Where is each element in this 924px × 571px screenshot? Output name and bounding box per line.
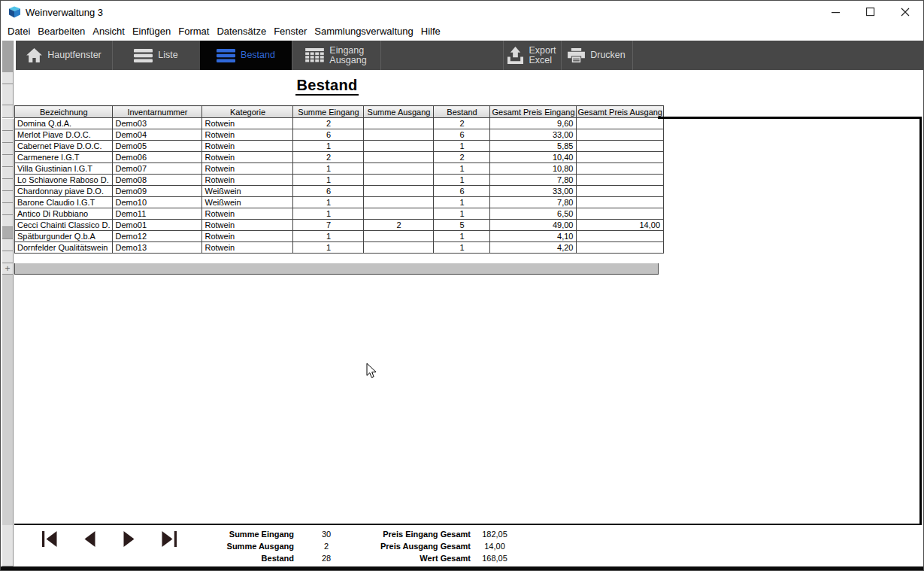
table-cell[interactable]: Barone Claudio I.G.T	[15, 197, 113, 208]
table-cell[interactable]	[577, 231, 664, 242]
table-cell[interactable]: 1	[434, 197, 490, 208]
table-cell[interactable]: Rotwein	[202, 242, 293, 254]
column-header-bezeichnung[interactable]: Bezeichnung	[15, 106, 113, 118]
table-cell[interactable]: 1	[293, 163, 364, 175]
table-cell[interactable]: 6	[434, 186, 490, 197]
table-cell[interactable]	[364, 129, 434, 141]
table-cell[interactable]: Carmenere I.G.T	[15, 152, 113, 163]
table-cell[interactable]: Demo10	[113, 197, 202, 208]
table-cell[interactable]: 6	[293, 129, 364, 141]
table-cell[interactable]	[364, 242, 434, 254]
table-cell[interactable]: Demo03	[113, 118, 202, 129]
table-cell[interactable]: 7,80	[490, 175, 577, 186]
table-cell[interactable]: 6,50	[490, 208, 577, 220]
nav-last-button[interactable]	[159, 531, 178, 549]
table-cell[interactable]: Weißwein	[202, 186, 293, 197]
table-cell[interactable]: Demo07	[113, 163, 202, 175]
menu-item-einfgen[interactable]: Einfügen	[132, 26, 171, 37]
row-selector[interactable]	[2, 179, 14, 191]
column-header-bestand[interactable]: Bestand	[434, 106, 490, 118]
table-cell[interactable]: Dornfelder Qualitätswein	[15, 242, 113, 254]
table-cell[interactable]	[577, 197, 664, 208]
table-cell[interactable]: Spätburgunder Q.b.A	[15, 231, 113, 242]
table-cell[interactable]	[364, 186, 434, 197]
table-cell[interactable]: Rotwein	[202, 208, 293, 220]
table-cell[interactable]: 1	[434, 208, 490, 220]
row-selector[interactable]	[2, 131, 14, 143]
table-cell[interactable]: 9,60	[490, 118, 577, 129]
table-cell[interactable]: 33,00	[490, 186, 577, 197]
table-cell[interactable]: 5,85	[490, 141, 577, 152]
table-cell[interactable]: Chardonnay piave D.O.	[15, 186, 113, 197]
column-header-kategorie[interactable]: Kategorie	[202, 106, 293, 118]
table-cell[interactable]: Villa Giustinian I.G.T	[15, 163, 113, 175]
table-cell[interactable]: Rotwein	[202, 152, 293, 163]
menu-item-fenster[interactable]: Fenster	[274, 26, 307, 37]
row-selector[interactable]	[2, 227, 14, 239]
table-cell[interactable]: 2	[293, 118, 364, 129]
table-cell[interactable]: 6	[434, 129, 490, 141]
table-cell[interactable]	[364, 197, 434, 208]
table-cell[interactable]: Rotwein	[202, 163, 293, 175]
table-cell[interactable]: 1	[434, 242, 490, 254]
row-selector[interactable]	[2, 167, 14, 179]
row-selector[interactable]	[2, 251, 14, 263]
table-cell[interactable]: 1	[293, 242, 364, 254]
table-cell[interactable]: 1	[293, 208, 364, 220]
table-cell[interactable]: Lo Schiavone Raboso D.	[15, 175, 113, 186]
row-selector[interactable]	[2, 191, 14, 203]
add-row-area[interactable]	[14, 263, 659, 275]
table-cell[interactable]: 5	[434, 220, 490, 231]
row-selector[interactable]	[2, 215, 14, 227]
table-cell[interactable]: 10,40	[490, 152, 577, 163]
table-cell[interactable]: 1	[434, 141, 490, 152]
table-cell[interactable]: 1	[293, 197, 364, 208]
table-cell[interactable]: Rotwein	[202, 175, 293, 186]
table-cell[interactable]: Weißwein	[202, 197, 293, 208]
table-cell[interactable]	[577, 175, 664, 186]
table-cell[interactable]: 1	[434, 175, 490, 186]
menu-item-datenstze[interactable]: Datensätze	[217, 26, 266, 37]
table-cell[interactable]: 49,00	[490, 220, 577, 231]
column-header-inventarnummer[interactable]: Inventarnummer	[113, 106, 202, 118]
table-cell[interactable]	[577, 152, 664, 163]
toolbar-hauptfenster-button[interactable]: Hauptfenster	[16, 41, 112, 70]
menu-item-sammlungsverwaltung[interactable]: Sammlungsverwaltung	[314, 26, 414, 37]
nav-next-button[interactable]	[119, 531, 138, 549]
menu-item-datei[interactable]: Datei	[8, 26, 30, 37]
table-cell[interactable]	[577, 242, 664, 254]
table-cell[interactable]	[364, 208, 434, 220]
table-cell[interactable]: Demo01	[113, 220, 202, 231]
table-cell[interactable]: Antico Di Rubbiano	[15, 208, 113, 220]
table-cell[interactable]: Rotwein	[202, 141, 293, 152]
add-row-cell[interactable]: +	[2, 263, 14, 275]
table-cell[interactable]: Domina Q.d.A.	[15, 118, 113, 129]
row-selector[interactable]	[2, 155, 14, 167]
table-cell[interactable]: 2	[434, 118, 490, 129]
table-cell[interactable]: Rotwein	[202, 220, 293, 231]
column-header-gesamt-preis-ausgang[interactable]: Gesamt Preis Ausgang	[577, 106, 664, 118]
table-cell[interactable]: 6	[293, 186, 364, 197]
table-cell[interactable]	[577, 118, 664, 129]
table-cell[interactable]	[364, 118, 434, 129]
table-cell[interactable]: 1	[434, 231, 490, 242]
table-cell[interactable]: 2	[364, 220, 434, 231]
table-cell[interactable]: Demo11	[113, 208, 202, 220]
row-selector[interactable]	[2, 239, 14, 251]
menu-item-bearbeiten[interactable]: Bearbeiten	[38, 26, 85, 37]
column-header-summe-eingang[interactable]: Summe Eingang	[293, 106, 364, 118]
minimize-button[interactable]	[819, 1, 853, 23]
toolbar-export-excel-button[interactable]: ExportExcel	[503, 41, 561, 70]
table-cell[interactable]	[577, 163, 664, 175]
table-cell[interactable]: 1	[293, 175, 364, 186]
table-cell[interactable]: Rotwein	[202, 129, 293, 141]
table-cell[interactable]: Rotwein	[202, 231, 293, 242]
table-cell[interactable]: 10,80	[490, 163, 577, 175]
table-cell[interactable]: 33,00	[490, 129, 577, 141]
table-cell[interactable]: Cabernet Piave D.O.C.	[15, 141, 113, 152]
table-cell[interactable]: Demo05	[113, 141, 202, 152]
table-cell[interactable]: 1	[293, 231, 364, 242]
table-cell[interactable]: 2	[293, 152, 364, 163]
table-cell[interactable]	[364, 231, 434, 242]
table-cell[interactable]: Cecci Chainti Classico D.	[15, 220, 113, 231]
